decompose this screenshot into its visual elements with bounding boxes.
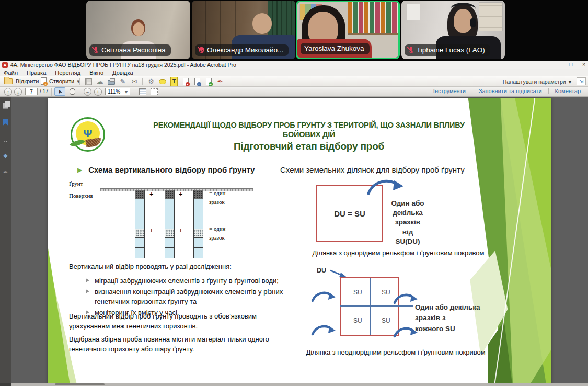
save-button[interactable] [84,77,93,86]
maximize-button[interactable]: □ [564,61,577,67]
zoom-in-button[interactable]: + [94,88,102,96]
participant-nameplate: Tiphaine Lucas (FAO) [405,44,490,56]
attachments-button[interactable] [1,134,10,143]
headphones [451,3,476,15]
print-button[interactable] [107,77,116,86]
left-section-heading: ▶ Схема вертикального відбору проб ґрунт… [77,165,255,174]
participant-nameplate: Yaroslava Zhukova [301,43,370,54]
video-strip: Світлана Распопіна Олександр Миколайо...… [0,0,588,61]
horizontal-scrollbar [0,383,588,386]
caption-heterogeneous: Ділянка з неоднорідним рельєфом і ґрунто… [286,348,505,356]
participant-nameplate: Олександр Миколайо... [195,44,289,56]
hand-tool-button[interactable] [67,87,78,96]
tab-fill-sign[interactable]: Заповнити та підписати [472,88,548,94]
select-tool-button[interactable]: ➤ [54,87,65,96]
menu-window[interactable]: Вікно [86,69,107,76]
hand-icon [70,88,75,95]
document-area[interactable]: Ψ РЕКОМЕНДАЦІЇ ЩОДО ВІДБОРУ ПРОБ ГРУНТУ … [11,97,588,383]
page-number-input[interactable]: 7 [25,88,38,95]
pdf-page[interactable]: Ψ РЕКОМЕНДАЦІЇ ЩОДО ВІДБОРУ ПРОБ ГРУНТУ … [48,98,551,383]
zoom-out-button[interactable]: − [84,88,91,96]
su-label: SU [382,289,390,296]
scrollbar-corner [0,383,11,386]
bookmarks-button[interactable] [1,118,10,127]
mic-muted-icon [93,47,98,54]
soil-column [165,190,175,258]
list-item: визначення концентрацій забруднюючих еле… [86,287,295,307]
menu-edit[interactable]: Правка [23,69,50,76]
export-button[interactable]: ➜ [204,77,213,86]
pdf-search-tool-button[interactable]: ○ [192,77,202,86]
customize-toolbar-button[interactable]: Налаштувати параметри ▾ [503,78,571,85]
edit-page-button[interactable]: ✎ [118,77,128,86]
soil-label: Ґрунт [69,180,83,187]
plus-sign: + [179,226,182,235]
participant-tile-active[interactable]: Yaroslava Zhukova [296,1,400,59]
page-icon: ○ [194,78,200,85]
arrow-bullet-icon [86,289,89,293]
curved-arrow-small [311,323,336,336]
participant-tile[interactable]: Tiphaine Lucas (FAO) [401,1,505,59]
paragraph: Відібрана збірна проба повинна містити м… [69,335,269,355]
page-icon: ➜ [206,78,212,85]
sample-note: = один зразок [209,224,226,242]
participant-tile[interactable]: Олександр Миколайо... [192,1,295,59]
scrolling-mode-button[interactable] [137,87,148,96]
page-total-label: / 17 [40,88,49,94]
menu-bar: Файл Правка Перегляд Вікно Довідка [0,69,588,76]
previous-page-button[interactable]: ↑ [4,88,12,96]
menu-view[interactable]: Перегляд [51,69,84,76]
surface-label: Поверхня [69,192,93,199]
right-section-heading: Схеми земельних ділянок для відбору проб… [280,165,465,174]
slide-title-line2: БОЙОВИХ ДІЙ [107,130,511,139]
sign-button[interactable]: ✒ [215,77,225,86]
gear-icon: ⚙ [148,77,154,86]
comment-bubble-button[interactable] [158,77,167,86]
menu-file[interactable]: Файл [0,69,21,76]
share-panel-button[interactable]: ⇲ [577,77,586,85]
menu-help[interactable]: Довідка [109,69,137,76]
open-button[interactable]: Відкрити [4,78,39,84]
su-label: SU [353,289,362,296]
participant-name: Світлана Распопіна [101,46,166,54]
window-title: 4А. Міністерство ФАО ВІДБОРУ ПРОБ ГРУНТУ… [10,62,236,68]
envelope-icon: ✉ [132,77,137,86]
fit-page-button[interactable] [148,87,159,96]
window-titlebar: A 4А. Міністерство ФАО ВІДБОРУ ПРОБ ГРУН… [0,61,588,69]
text-note-icon: T [170,77,178,86]
tab-tools[interactable]: Інструменти [427,88,472,94]
page-thumbnails-button[interactable] [1,101,10,110]
signatures-button[interactable]: ✒ [1,168,10,177]
binder-shelf [348,2,398,35]
save-icon [85,78,92,85]
plus-sign: + [179,190,182,198]
create-button[interactable]: ✦ Створити ▾ [41,77,80,85]
right-panel-tabs: Інструменти Заповнити та підписати Комен… [427,88,587,94]
participant-tile[interactable]: Світлана Распопіна [86,1,190,59]
scrollbar-thumb[interactable] [55,383,105,385]
ground-surface [100,188,253,191]
zoom-level-select[interactable]: 111% ▾ [105,88,130,95]
mic-muted-icon [408,47,413,54]
acrobat-app-icon: A [2,62,8,68]
close-button[interactable]: × [580,61,587,67]
tab-comment[interactable]: Коментар [549,88,587,94]
participant-silhouette [133,22,144,36]
scroll-view-icon [139,88,146,95]
minimize-button[interactable]: – [548,61,560,67]
participant-nameplate: Світлана Распопіна [89,44,171,56]
settings-button[interactable]: ⚙ [146,77,156,86]
plus-sign: + [149,190,153,198]
next-page-button[interactable]: ↓ [14,88,22,96]
pdf-tool-button[interactable]: ● [181,77,190,86]
highlight-text-button[interactable]: T [169,77,179,86]
slide-title-line3: Підготовчий етап відбору проб [107,141,511,152]
email-button[interactable]: ✉ [130,77,139,86]
du-su-label: DU = SU [334,209,365,218]
customize-caret-icon: ▾ [569,78,571,85]
upload-cloud-button[interactable]: ☁ ↑ [95,77,105,86]
mic-muted-icon [199,47,204,54]
sample-note: = один зразок [209,189,226,206]
logo-field [85,138,102,147]
layers-button[interactable]: ◆ [1,151,10,160]
